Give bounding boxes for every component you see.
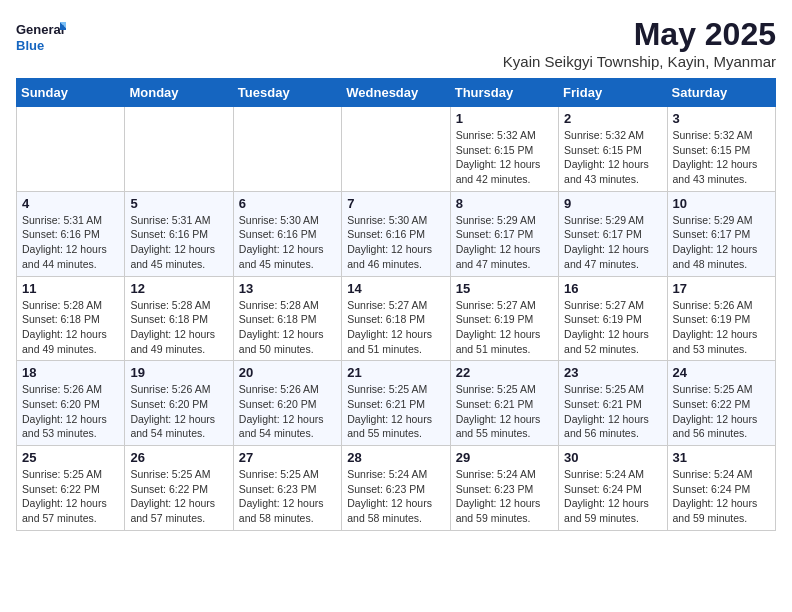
day-info: Sunrise: 5:31 AMSunset: 6:16 PMDaylight:… bbox=[130, 213, 227, 272]
day-info: Sunrise: 5:25 AMSunset: 6:22 PMDaylight:… bbox=[673, 382, 770, 441]
calendar-cell-week2-day5: 8Sunrise: 5:29 AMSunset: 6:17 PMDaylight… bbox=[450, 191, 558, 276]
calendar-cell-week4-day1: 18Sunrise: 5:26 AMSunset: 6:20 PMDayligh… bbox=[17, 361, 125, 446]
calendar-cell-week1-day6: 2Sunrise: 5:32 AMSunset: 6:15 PMDaylight… bbox=[559, 107, 667, 192]
day-info: Sunrise: 5:29 AMSunset: 6:17 PMDaylight:… bbox=[564, 213, 661, 272]
day-info: Sunrise: 5:24 AMSunset: 6:24 PMDaylight:… bbox=[564, 467, 661, 526]
calendar-cell-week5-day2: 26Sunrise: 5:25 AMSunset: 6:22 PMDayligh… bbox=[125, 446, 233, 531]
calendar-cell-week3-day2: 12Sunrise: 5:28 AMSunset: 6:18 PMDayligh… bbox=[125, 276, 233, 361]
day-info: Sunrise: 5:24 AMSunset: 6:24 PMDaylight:… bbox=[673, 467, 770, 526]
day-number: 12 bbox=[130, 281, 227, 296]
day-number: 6 bbox=[239, 196, 336, 211]
svg-text:Blue: Blue bbox=[16, 38, 44, 53]
day-number: 3 bbox=[673, 111, 770, 126]
day-number: 17 bbox=[673, 281, 770, 296]
day-info: Sunrise: 5:25 AMSunset: 6:22 PMDaylight:… bbox=[130, 467, 227, 526]
day-number: 26 bbox=[130, 450, 227, 465]
day-number: 24 bbox=[673, 365, 770, 380]
day-info: Sunrise: 5:25 AMSunset: 6:22 PMDaylight:… bbox=[22, 467, 119, 526]
calendar-cell-week3-day7: 17Sunrise: 5:26 AMSunset: 6:19 PMDayligh… bbox=[667, 276, 775, 361]
calendar-table: SundayMondayTuesdayWednesdayThursdayFrid… bbox=[16, 78, 776, 531]
day-info: Sunrise: 5:32 AMSunset: 6:15 PMDaylight:… bbox=[456, 128, 553, 187]
day-info: Sunrise: 5:25 AMSunset: 6:21 PMDaylight:… bbox=[564, 382, 661, 441]
day-number: 7 bbox=[347, 196, 444, 211]
day-number: 29 bbox=[456, 450, 553, 465]
day-number: 21 bbox=[347, 365, 444, 380]
calendar-cell-week2-day3: 6Sunrise: 5:30 AMSunset: 6:16 PMDaylight… bbox=[233, 191, 341, 276]
header-sunday: Sunday bbox=[17, 79, 125, 107]
day-number: 15 bbox=[456, 281, 553, 296]
day-number: 4 bbox=[22, 196, 119, 211]
day-number: 13 bbox=[239, 281, 336, 296]
header-wednesday: Wednesday bbox=[342, 79, 450, 107]
day-number: 31 bbox=[673, 450, 770, 465]
day-number: 18 bbox=[22, 365, 119, 380]
day-number: 20 bbox=[239, 365, 336, 380]
day-number: 10 bbox=[673, 196, 770, 211]
calendar-cell-week4-day4: 21Sunrise: 5:25 AMSunset: 6:21 PMDayligh… bbox=[342, 361, 450, 446]
calendar-cell-week5-day4: 28Sunrise: 5:24 AMSunset: 6:23 PMDayligh… bbox=[342, 446, 450, 531]
day-number: 19 bbox=[130, 365, 227, 380]
calendar-cell-week3-day1: 11Sunrise: 5:28 AMSunset: 6:18 PMDayligh… bbox=[17, 276, 125, 361]
day-info: Sunrise: 5:24 AMSunset: 6:23 PMDaylight:… bbox=[347, 467, 444, 526]
calendar-cell-week2-day4: 7Sunrise: 5:30 AMSunset: 6:16 PMDaylight… bbox=[342, 191, 450, 276]
day-info: Sunrise: 5:25 AMSunset: 6:21 PMDaylight:… bbox=[347, 382, 444, 441]
calendar-cell-week1-day3 bbox=[233, 107, 341, 192]
day-info: Sunrise: 5:27 AMSunset: 6:18 PMDaylight:… bbox=[347, 298, 444, 357]
day-info: Sunrise: 5:29 AMSunset: 6:17 PMDaylight:… bbox=[673, 213, 770, 272]
calendar-cell-week2-day2: 5Sunrise: 5:31 AMSunset: 6:16 PMDaylight… bbox=[125, 191, 233, 276]
calendar-cell-week1-day5: 1Sunrise: 5:32 AMSunset: 6:15 PMDaylight… bbox=[450, 107, 558, 192]
location: Kyain Seikgyi Township, Kayin, Myanmar bbox=[503, 53, 776, 70]
day-number: 23 bbox=[564, 365, 661, 380]
day-info: Sunrise: 5:28 AMSunset: 6:18 PMDaylight:… bbox=[130, 298, 227, 357]
day-info: Sunrise: 5:27 AMSunset: 6:19 PMDaylight:… bbox=[456, 298, 553, 357]
day-info: Sunrise: 5:27 AMSunset: 6:19 PMDaylight:… bbox=[564, 298, 661, 357]
day-info: Sunrise: 5:32 AMSunset: 6:15 PMDaylight:… bbox=[564, 128, 661, 187]
calendar-cell-week1-day4 bbox=[342, 107, 450, 192]
day-info: Sunrise: 5:28 AMSunset: 6:18 PMDaylight:… bbox=[22, 298, 119, 357]
day-info: Sunrise: 5:29 AMSunset: 6:17 PMDaylight:… bbox=[456, 213, 553, 272]
day-info: Sunrise: 5:26 AMSunset: 6:20 PMDaylight:… bbox=[239, 382, 336, 441]
day-number: 1 bbox=[456, 111, 553, 126]
day-number: 11 bbox=[22, 281, 119, 296]
svg-text:General: General bbox=[16, 22, 64, 37]
day-info: Sunrise: 5:26 AMSunset: 6:20 PMDaylight:… bbox=[22, 382, 119, 441]
day-info: Sunrise: 5:25 AMSunset: 6:21 PMDaylight:… bbox=[456, 382, 553, 441]
day-number: 9 bbox=[564, 196, 661, 211]
title-block: May 2025 Kyain Seikgyi Township, Kayin, … bbox=[503, 16, 776, 70]
day-info: Sunrise: 5:26 AMSunset: 6:19 PMDaylight:… bbox=[673, 298, 770, 357]
calendar-cell-week5-day3: 27Sunrise: 5:25 AMSunset: 6:23 PMDayligh… bbox=[233, 446, 341, 531]
day-number: 2 bbox=[564, 111, 661, 126]
day-number: 16 bbox=[564, 281, 661, 296]
header-thursday: Thursday bbox=[450, 79, 558, 107]
calendar-cell-week4-day6: 23Sunrise: 5:25 AMSunset: 6:21 PMDayligh… bbox=[559, 361, 667, 446]
day-info: Sunrise: 5:30 AMSunset: 6:16 PMDaylight:… bbox=[239, 213, 336, 272]
day-info: Sunrise: 5:24 AMSunset: 6:23 PMDaylight:… bbox=[456, 467, 553, 526]
calendar-cell-week5-day1: 25Sunrise: 5:25 AMSunset: 6:22 PMDayligh… bbox=[17, 446, 125, 531]
calendar-cell-week1-day7: 3Sunrise: 5:32 AMSunset: 6:15 PMDaylight… bbox=[667, 107, 775, 192]
day-number: 14 bbox=[347, 281, 444, 296]
calendar-cell-week2-day1: 4Sunrise: 5:31 AMSunset: 6:16 PMDaylight… bbox=[17, 191, 125, 276]
header-friday: Friday bbox=[559, 79, 667, 107]
calendar-cell-week3-day6: 16Sunrise: 5:27 AMSunset: 6:19 PMDayligh… bbox=[559, 276, 667, 361]
day-number: 25 bbox=[22, 450, 119, 465]
day-number: 22 bbox=[456, 365, 553, 380]
header-monday: Monday bbox=[125, 79, 233, 107]
calendar-cell-week3-day3: 13Sunrise: 5:28 AMSunset: 6:18 PMDayligh… bbox=[233, 276, 341, 361]
page-header: General Blue May 2025 Kyain Seikgyi Town… bbox=[16, 16, 776, 70]
calendar-cell-week1-day1 bbox=[17, 107, 125, 192]
calendar-cell-week1-day2 bbox=[125, 107, 233, 192]
day-info: Sunrise: 5:32 AMSunset: 6:15 PMDaylight:… bbox=[673, 128, 770, 187]
calendar-cell-week2-day7: 10Sunrise: 5:29 AMSunset: 6:17 PMDayligh… bbox=[667, 191, 775, 276]
day-number: 27 bbox=[239, 450, 336, 465]
logo-svg: General Blue bbox=[16, 16, 66, 60]
logo: General Blue bbox=[16, 16, 66, 60]
day-number: 30 bbox=[564, 450, 661, 465]
day-info: Sunrise: 5:31 AMSunset: 6:16 PMDaylight:… bbox=[22, 213, 119, 272]
header-tuesday: Tuesday bbox=[233, 79, 341, 107]
day-info: Sunrise: 5:30 AMSunset: 6:16 PMDaylight:… bbox=[347, 213, 444, 272]
day-info: Sunrise: 5:26 AMSunset: 6:20 PMDaylight:… bbox=[130, 382, 227, 441]
month-year: May 2025 bbox=[503, 16, 776, 53]
calendar-cell-week2-day6: 9Sunrise: 5:29 AMSunset: 6:17 PMDaylight… bbox=[559, 191, 667, 276]
day-info: Sunrise: 5:28 AMSunset: 6:18 PMDaylight:… bbox=[239, 298, 336, 357]
calendar-cell-week3-day4: 14Sunrise: 5:27 AMSunset: 6:18 PMDayligh… bbox=[342, 276, 450, 361]
